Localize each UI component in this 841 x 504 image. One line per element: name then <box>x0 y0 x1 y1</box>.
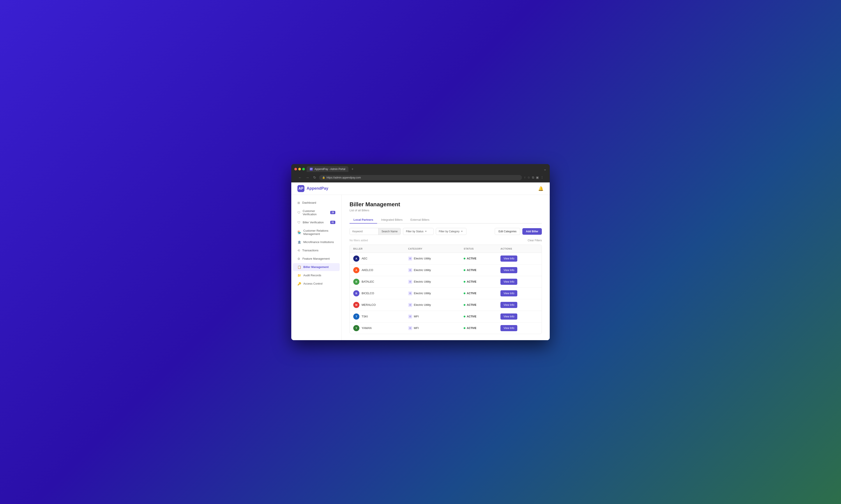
category-label-aec: Electric Utility <box>414 257 431 260</box>
sidebar-item-biller-management[interactable]: 📋 Biller Management <box>293 263 340 271</box>
address-bar[interactable]: 🔒 https://admin.appendpay.com <box>319 175 522 180</box>
column-header-category: CATEGORY <box>405 245 460 253</box>
chevron-down-icon: ▼ <box>425 230 427 233</box>
add-biller-button[interactable]: Add Biller <box>522 228 542 235</box>
status-label-meralco: ACTIVE <box>467 303 476 306</box>
category-cell-bicelco: ⊟ Electric Utility <box>405 287 460 299</box>
sidebar-item-customer-relations[interactable]: 🏪 Customer Relations Management <box>293 227 340 238</box>
category-label-meralco: Electric Utility <box>414 303 431 306</box>
column-header-biller: BILLER <box>350 245 405 253</box>
tab-external-billers[interactable]: External Billers <box>407 216 433 223</box>
biller-table-body: A AEC ⊟ Electric Utility ACTIVE View Inf… <box>350 253 542 334</box>
menu-icon[interactable]: ⋮ <box>540 176 544 179</box>
actions-cell-tski: View Info <box>497 311 542 322</box>
page-title: Biller Management <box>349 201 542 208</box>
category-icon-aec: ⊟ <box>408 257 412 260</box>
biller-table-container: BILLER CATEGORY STATUS ACTIONS A AEC <box>349 245 542 334</box>
column-header-actions: ACTIONS <box>497 245 542 253</box>
no-filters-row: No filters added Clear Filters <box>349 237 542 245</box>
sidebar-item-access-control[interactable]: 🔑 Access Control <box>293 280 340 288</box>
biller-logo-tski: T <box>353 313 359 320</box>
category-label-yaman: MFI <box>414 326 419 330</box>
search-name-button[interactable]: Search Name <box>378 228 400 235</box>
filter-category-dropdown[interactable]: Filter by Category ▼ <box>436 228 466 235</box>
biller-name-yaman: YAMAN <box>362 326 372 330</box>
close-button[interactable] <box>294 168 297 170</box>
biller-name-bicelco: BICELCO <box>362 292 374 295</box>
status-label-tski: ACTIVE <box>467 315 476 318</box>
category-icon-akelco: ⊟ <box>408 268 412 272</box>
table-row: T TSKI ⊟ MFI ACTIVE View Info <box>350 311 542 322</box>
view-info-button-bicelco[interactable]: View Info <box>500 290 517 296</box>
filter-status-dropdown[interactable]: Filter by Status ▼ <box>403 228 434 235</box>
status-cell-meralco: ACTIVE <box>460 299 497 311</box>
sidebar-toggle-icon[interactable]: ▣ <box>536 176 539 179</box>
notification-bell-icon[interactable]: 🔔 <box>538 186 544 191</box>
status-label-akelco: ACTIVE <box>467 269 476 272</box>
search-input[interactable] <box>350 228 378 235</box>
biller-cell-aec: A AEC <box>350 253 405 264</box>
view-info-button-akelco[interactable]: View Info <box>500 267 517 273</box>
customer-verification-icon: 🛡 <box>297 211 301 214</box>
biller-name-aec: AEC <box>362 257 367 260</box>
status-label-aec: ACTIVE <box>467 257 476 260</box>
sidebar-label-customer-relations: Customer Relations Management <box>303 229 335 236</box>
sidebar-item-audit-records[interactable]: 📁 Audit Records <box>293 271 340 280</box>
logo-container: AP AppendPay <box>297 185 328 192</box>
sidebar-item-dashboard[interactable]: ⊞ Dashboard <box>293 199 340 207</box>
sidebar-label-microfinance: Microfinance Institutions <box>303 240 334 244</box>
biller-logo-akelco: A <box>353 267 359 273</box>
sidebar-item-customer-verification[interactable]: 🛡 Customer Verification 29 <box>293 207 340 218</box>
browser-window: AP AppendPay - Admin Portal + ⌄ ← → ↻ 🔒 … <box>291 164 550 340</box>
access-control-icon: 🔑 <box>297 282 301 286</box>
biller-logo-meralco: M <box>353 302 359 308</box>
extensions-icon[interactable]: ⧉ <box>532 176 534 179</box>
minimize-button[interactable] <box>298 168 301 170</box>
status-dot-batalec <box>464 281 465 283</box>
actions-cell-yaman: View Info <box>497 322 542 334</box>
biller-verification-badge: 01 <box>330 221 335 224</box>
clear-filters-button[interactable]: Clear Filters <box>528 239 542 242</box>
no-filters-text: No filters added <box>349 239 368 242</box>
status-dot-meralco <box>464 304 465 306</box>
status-label-yaman: ACTIVE <box>467 327 476 330</box>
tab-integrated-billers[interactable]: Integrated Billers <box>377 216 407 223</box>
table-row: A AKELCO ⊟ Electric Utility ACTIVE View … <box>350 264 542 276</box>
status-cell-akelco: ACTIVE <box>460 264 497 276</box>
sidebar-item-biller-verification[interactable]: 🛡 Biller Verification 01 <box>293 218 340 227</box>
app-header: AP AppendPay 🔔 <box>291 182 550 195</box>
table-header-row: BILLER CATEGORY STATUS ACTIONS <box>350 245 542 253</box>
table-row: B BICELCO ⊟ Electric Utility ACTIVE View… <box>350 287 542 299</box>
view-info-button-aec[interactable]: View Info <box>500 255 517 262</box>
sidebar-item-transactions[interactable]: ⟲ Transactions <box>293 247 340 254</box>
back-button[interactable]: ← <box>297 175 303 180</box>
category-label-tski: MFI <box>414 315 419 318</box>
sidebar-item-microfinance[interactable]: 🏦 Microfinance Institutions <box>293 238 340 246</box>
browser-tab-active[interactable]: AP AppendPay - Admin Portal <box>307 166 348 172</box>
biller-cell-akelco: A AKELCO <box>350 264 405 276</box>
view-info-button-tski[interactable]: View Info <box>500 313 517 320</box>
bookmark-icon[interactable]: ☆ <box>527 176 530 179</box>
category-cell-aec: ⊟ Electric Utility <box>405 253 460 264</box>
status-dot-akelco <box>464 269 465 271</box>
table-row: M MERALCO ⊟ Electric Utility ACTIVE View… <box>350 299 542 311</box>
edit-categories-button[interactable]: Edit Categories <box>495 228 520 235</box>
biller-logo-bicelco: B <box>353 290 359 296</box>
actions-cell-akelco: View Info <box>497 264 542 276</box>
status-dot-tski <box>464 316 465 318</box>
tab-local-partners[interactable]: Local Partners <box>349 216 377 223</box>
sidebar-label-biller-management: Biller Management <box>303 265 329 269</box>
view-info-button-meralco[interactable]: View Info <box>500 302 517 308</box>
sidebar-item-feature-management[interactable]: ⚙ Feature Management <box>293 255 340 263</box>
share-icon[interactable]: ↑ <box>524 176 526 179</box>
view-info-button-yaman[interactable]: View Info <box>500 325 517 331</box>
view-info-button-batalec[interactable]: View Info <box>500 279 517 285</box>
new-tab-button[interactable]: + <box>350 167 355 171</box>
dashboard-icon: ⊞ <box>297 201 300 204</box>
browser-actions: ↑ ☆ ⧉ ▣ ⋮ <box>524 176 544 179</box>
forward-button[interactable]: → <box>305 175 310 180</box>
app-container: AP AppendPay 🔔 ⊞ Dashboard 🛡 Customer Ve… <box>291 182 550 340</box>
window-control-icon[interactable]: ⌄ <box>543 167 547 172</box>
refresh-button[interactable]: ↻ <box>312 175 317 180</box>
maximize-button[interactable] <box>302 168 305 170</box>
